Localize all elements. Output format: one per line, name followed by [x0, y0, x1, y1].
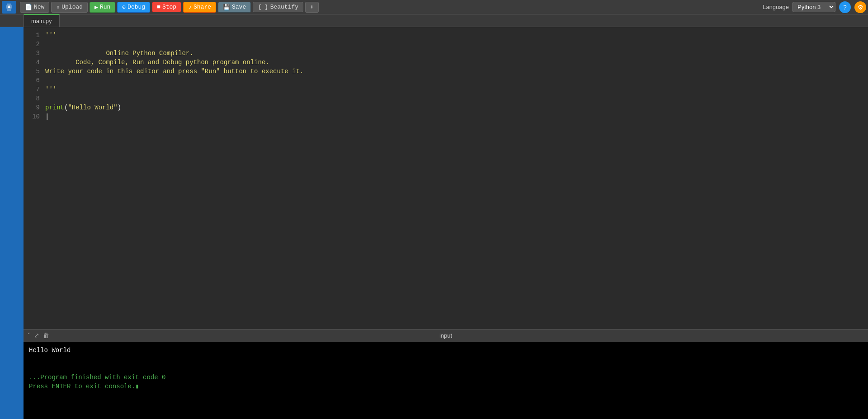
- share-icon: ↗: [188, 4, 192, 11]
- file-tab-label: main.py: [31, 18, 52, 24]
- console-header: ˅ ⤢ 🗑 input: [24, 330, 868, 342]
- toolbar-right: Language Python 3 Python 2 JavaScript C+…: [763, 1, 866, 13]
- download-button[interactable]: ⬇: [305, 2, 319, 13]
- line-num-1: 1: [25, 31, 40, 40]
- tab-bar: main.py: [0, 14, 868, 27]
- collapse-icon[interactable]: ˅: [27, 332, 30, 339]
- console-line-2: [29, 355, 863, 364]
- beautify-label: Beautify: [270, 4, 298, 10]
- stop-button[interactable]: ■ Stop: [152, 2, 181, 12]
- language-label: Language: [763, 4, 789, 10]
- code-content[interactable]: ''' Online Python Compiler. Code, Compil…: [42, 27, 868, 329]
- stop-icon: ■: [157, 4, 160, 10]
- run-label: Run: [100, 4, 110, 10]
- console-line-1: Hello World: [29, 346, 863, 355]
- trash-icon[interactable]: 🗑: [43, 332, 49, 339]
- toolbar: 📄 New ⬆ Upload ▶ Run ⊙ Debug ■ Stop ↗ Sh…: [0, 0, 868, 14]
- line-num-7: 7: [25, 85, 40, 94]
- save-icon: 💾: [223, 4, 230, 11]
- beautify-icon: { }: [258, 4, 268, 10]
- run-icon: ▶: [94, 4, 98, 11]
- save-button[interactable]: 💾 Save: [218, 2, 251, 13]
- console-line-5: Press ENTER to exit console.▮: [29, 382, 863, 391]
- new-button[interactable]: 📄 New: [20, 2, 49, 13]
- share-label: Share: [193, 4, 211, 10]
- code-editor[interactable]: 1 2 3 4 5 6 7 8 9 10 ''' Online Python C…: [24, 27, 868, 329]
- app-logo: [2, 1, 16, 14]
- line-num-6: 6: [25, 76, 40, 85]
- help-icon: ?: [843, 4, 847, 11]
- line-num-8: 8: [25, 94, 40, 103]
- debug-label: Debug: [127, 4, 145, 10]
- download-icon: ⬇: [310, 4, 314, 11]
- line-num-4: 4: [25, 58, 40, 67]
- share-button[interactable]: ↗ Share: [183, 2, 216, 13]
- save-label: Save: [232, 4, 246, 10]
- console-title: input: [439, 332, 452, 339]
- beautify-button[interactable]: { } Beautify: [253, 2, 303, 12]
- editor-panel: 1 2 3 4 5 6 7 8 9 10 ''' Online Python C…: [24, 27, 868, 419]
- new-icon: 📄: [25, 4, 32, 11]
- run-button[interactable]: ▶ Run: [90, 2, 115, 13]
- console-line-4: ...Program finished with exit code 0: [29, 373, 863, 382]
- main-area: 1 2 3 4 5 6 7 8 9 10 ''' Online Python C…: [0, 27, 868, 419]
- console-line-3: [29, 364, 863, 373]
- new-label: New: [34, 4, 44, 10]
- settings-icon: ⚙: [858, 4, 863, 11]
- line-num-10: 10: [25, 112, 40, 121]
- help-button[interactable]: ?: [839, 1, 851, 13]
- upload-label: Upload: [61, 4, 83, 10]
- file-tab-main[interactable]: main.py: [24, 14, 60, 27]
- console-output[interactable]: Hello World ...Program finished with exi…: [24, 342, 868, 419]
- sidebar: [0, 27, 24, 419]
- stop-label: Stop: [162, 4, 176, 10]
- line-numbers: 1 2 3 4 5 6 7 8 9 10: [24, 27, 42, 329]
- line-num-2: 2: [25, 40, 40, 49]
- upload-icon: ⬆: [56, 4, 60, 11]
- upload-button[interactable]: ⬆ Upload: [51, 2, 88, 13]
- settings-button[interactable]: ⚙: [854, 1, 866, 13]
- line-num-9: 9: [25, 103, 40, 112]
- line-num-5: 5: [25, 67, 40, 76]
- debug-button[interactable]: ⊙ Debug: [117, 2, 150, 13]
- language-select[interactable]: Python 3 Python 2 JavaScript C++ Java: [793, 2, 835, 12]
- expand-icon[interactable]: ⤢: [34, 332, 39, 339]
- console-panel: ˅ ⤢ 🗑 input Hello World ...Program finis…: [24, 329, 868, 419]
- debug-icon: ⊙: [122, 4, 126, 11]
- console-header-icons: ˅ ⤢ 🗑: [24, 332, 49, 339]
- line-num-3: 3: [25, 49, 40, 58]
